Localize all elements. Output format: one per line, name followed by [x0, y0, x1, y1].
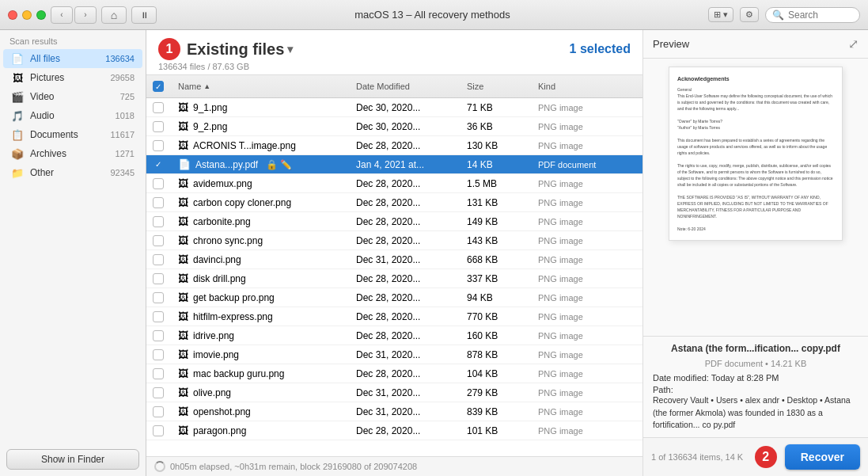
table-row[interactable]: 🖼 ACRONIS T...image.png Dec 28, 2020...1…	[146, 136, 642, 155]
sidebar-item-pictures[interactable]: 🖼 Pictures 29658	[3, 68, 142, 87]
progress-spinner	[154, 461, 165, 472]
file-kind-cell: PNG image	[532, 232, 642, 249]
kind-badge: PNG image	[538, 217, 583, 227]
preview-label: Preview	[653, 38, 689, 50]
name-column-header[interactable]: Name ▲	[172, 78, 350, 94]
sidebar-item-all-files[interactable]: 📄 All files 136634	[3, 49, 142, 68]
row-checkbox[interactable]	[153, 311, 164, 322]
table-row[interactable]: 🖼 olive.png Dec 31, 2020...279 KBPNG ima…	[146, 383, 642, 402]
expand-icon[interactable]: ⤢	[848, 36, 859, 51]
row-checkbox[interactable]	[153, 121, 164, 132]
table-row[interactable]: 🖼 idrive.png Dec 28, 2020...160 KBPNG im…	[146, 326, 642, 345]
pause-button[interactable]: ⏸	[131, 6, 157, 24]
filter-button[interactable]: ⚙	[740, 7, 759, 22]
row-checkbox[interactable]	[153, 102, 164, 113]
file-date-cell: Dec 28, 2020...	[350, 270, 461, 288]
row-checkbox[interactable]	[153, 235, 164, 246]
row-checkbox[interactable]	[153, 254, 164, 265]
select-all-checkbox[interactable]: ✓	[153, 81, 164, 92]
row-checkbox[interactable]	[153, 368, 164, 379]
table-row[interactable]: 🖼 disk drill.png Dec 28, 2020...337 KBPN…	[146, 269, 642, 288]
kind-badge: PNG image	[538, 274, 583, 284]
sidebar-item-audio[interactable]: 🎵 Audio 1018	[3, 106, 142, 125]
home-button[interactable]: ⌂	[101, 6, 127, 24]
file-size-cell: 1.5 MB	[461, 175, 532, 192]
file-type-icon: 🖼	[178, 101, 188, 113]
row-checkbox[interactable]	[153, 330, 164, 341]
file-name: get backup pro.png	[193, 292, 275, 303]
close-button[interactable]	[8, 10, 17, 20]
titlebar-right: ⊞ ▾ ⚙ 🔍	[708, 7, 860, 23]
back-button[interactable]: ‹	[51, 6, 73, 24]
table-row[interactable]: 🖼 openshot.png Dec 31, 2020...839 KBPNG …	[146, 402, 642, 421]
file-name: hitfilm-express.png	[193, 311, 273, 322]
table-row[interactable]: ✓ 📄 Astana...py.pdf 🔒✏️ Jan 4, 2021 at..…	[146, 155, 642, 174]
file-name: olive.png	[193, 387, 231, 398]
row-checkbox[interactable]	[153, 273, 164, 284]
size-column-header[interactable]: Size	[461, 78, 532, 94]
minimize-button[interactable]	[22, 10, 32, 20]
row-checkbox[interactable]	[153, 406, 164, 417]
table-row[interactable]: 🖼 mac backup guru.png Dec 28, 2020...104…	[146, 364, 642, 383]
file-name: openshot.png	[193, 406, 251, 417]
search-box: 🔍	[765, 7, 860, 23]
search-input[interactable]	[788, 10, 855, 21]
row-checkbox[interactable]	[153, 349, 164, 360]
table-row[interactable]: 🖼 davinci.png Dec 31, 2020...668 KBPNG i…	[146, 250, 642, 269]
file-kind-cell: PNG image	[532, 175, 642, 192]
table-row[interactable]: 🖼 chrono sync.png Dec 28, 2020...143 KBP…	[146, 231, 642, 250]
sort-arrow-icon: ▲	[203, 82, 210, 90]
file-name-cell: 🖼 imovie.png	[172, 345, 350, 364]
row-checkbox[interactable]	[153, 387, 164, 398]
recover-button[interactable]: Recover	[785, 444, 860, 470]
dropdown-arrow-icon[interactable]: ▾	[287, 43, 293, 55]
file-name-cell: 🖼 hitfilm-express.png	[172, 307, 350, 326]
forward-button[interactable]: ›	[74, 6, 97, 24]
sidebar-item-other[interactable]: 📁 Other 92345	[3, 163, 142, 182]
sidebar-item-documents[interactable]: 📋 Documents 11617	[3, 125, 142, 144]
maximize-button[interactable]	[36, 10, 46, 20]
archives-icon: 📦	[11, 147, 24, 160]
table-row[interactable]: 🖼 avidemux.png Dec 28, 2020...1.5 MBPNG …	[146, 174, 642, 193]
row-checkbox[interactable]	[153, 178, 164, 189]
file-type-icon: 🖼	[178, 310, 188, 322]
file-name: disk drill.png	[193, 273, 246, 284]
sidebar-item-video[interactable]: 🎬 Video 725	[3, 87, 142, 106]
show-in-finder-button[interactable]: Show in Finder	[6, 449, 139, 470]
table-row[interactable]: 🖼 9_2.png Dec 30, 2020...36 KBPNG image	[146, 117, 642, 136]
sidebar-item-archives[interactable]: 📦 Archives 1271	[3, 144, 142, 163]
table-row[interactable]: 🖼 carbonite.png Dec 28, 2020...149 KBPNG…	[146, 212, 642, 231]
row-checkbox-cell	[146, 422, 172, 440]
content-area: 1 Existing files ▾ 1 selected 136634 fil…	[146, 30, 642, 456]
sidebar-item-count: 11617	[110, 130, 135, 139]
file-date-cell: Dec 28, 2020...	[350, 289, 461, 307]
file-type-icon: 🖼	[178, 291, 188, 303]
file-size-cell: 279 KB	[461, 384, 532, 402]
sidebar-item-label: Video	[30, 91, 114, 102]
items-info: 1 of 136634 items, 14 K	[651, 452, 743, 462]
row-checkbox[interactable]	[153, 140, 164, 151]
file-size-cell: 101 KB	[461, 422, 532, 440]
view-options-button[interactable]: ⊞ ▾	[708, 7, 733, 22]
row-checkbox[interactable]: ✓	[153, 159, 164, 170]
kind-column-header[interactable]: Kind	[532, 78, 642, 94]
row-checkbox[interactable]	[153, 197, 164, 208]
table-row[interactable]: 🖼 carbon copy cloner.png Dec 28, 2020...…	[146, 193, 642, 212]
table-row[interactable]: 🖼 hitfilm-express.png Dec 28, 2020...770…	[146, 307, 642, 326]
row-checkbox[interactable]	[153, 292, 164, 303]
row-checkbox-cell: ✓	[146, 156, 172, 173]
table-row[interactable]: 🖼 paragon.png Dec 28, 2020...101 KBPNG i…	[146, 421, 642, 440]
row-checkbox[interactable]	[153, 216, 164, 227]
date-column-header[interactable]: Date Modified	[350, 78, 461, 94]
sidebar-item-label: All files	[30, 53, 99, 64]
file-date-cell: Dec 28, 2020...	[350, 194, 461, 211]
table-row[interactable]: 🖼 get backup pro.png Dec 28, 2020...94 K…	[146, 288, 642, 307]
file-name: ACRONIS T...image.png	[193, 140, 296, 151]
table-row[interactable]: 🖼 imovie.png Dec 31, 2020...878 KBPNG im…	[146, 345, 642, 364]
sidebar-item-label: Documents	[30, 129, 104, 140]
row-checkbox-cell	[146, 213, 172, 230]
table-row[interactable]: 🖼 9_1.png Dec 30, 2020...71 KBPNG image	[146, 98, 642, 117]
file-type-icon: 🖼	[178, 406, 188, 417]
file-name-cell: 🖼 openshot.png	[172, 402, 350, 421]
row-checkbox[interactable]	[153, 425, 164, 436]
